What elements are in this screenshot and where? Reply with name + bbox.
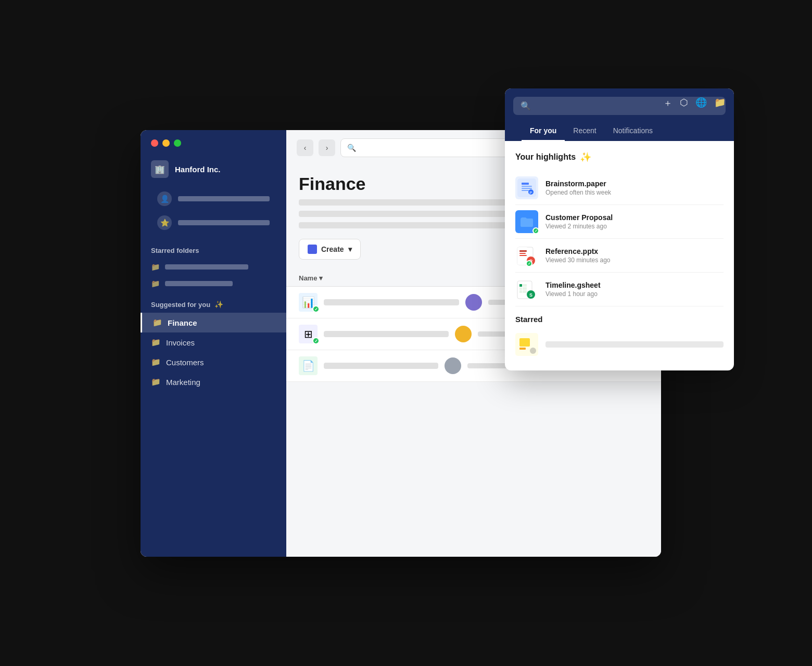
starred-folder-1[interactable]: 📁 bbox=[141, 259, 286, 275]
paper-icon: P bbox=[515, 176, 538, 199]
avatar bbox=[445, 357, 461, 374]
svg-rect-1 bbox=[522, 183, 529, 185]
row-name-bar bbox=[324, 363, 438, 369]
starred-section-title: Starred bbox=[515, 315, 724, 324]
popup-tabs: For you Recent Notifications bbox=[513, 122, 726, 141]
tab-for-you[interactable]: For you bbox=[522, 122, 565, 141]
pptx-icon: P ✓ bbox=[515, 244, 538, 267]
svg-rect-18 bbox=[519, 287, 522, 290]
svg-rect-21 bbox=[523, 290, 527, 293]
highlight-name: Customer Proposal bbox=[545, 213, 724, 222]
highlight-name: Timeline.gsheet bbox=[545, 281, 724, 289]
avatar bbox=[455, 326, 472, 342]
highlight-name: Brainstorm.paper bbox=[545, 180, 724, 188]
file-icon-wrapper: 📄 bbox=[299, 356, 318, 375]
highlight-meta: Viewed 2 minutes ago bbox=[545, 223, 724, 230]
highlights-title: Your highlights ✨ bbox=[515, 151, 724, 163]
highlight-info: Brainstorm.paper Opened often this week bbox=[545, 180, 724, 196]
workspace-name: Hanford Inc. bbox=[175, 165, 221, 174]
sidebar-item-customers[interactable]: 📁 Customers bbox=[141, 352, 286, 372]
star-icon: ⭐ bbox=[157, 215, 172, 230]
tab-recent[interactable]: Recent bbox=[565, 122, 604, 141]
search-icon: 🔍 bbox=[521, 101, 531, 111]
sidebar-nav-profile[interactable]: 👤 bbox=[151, 187, 276, 210]
svg-rect-2 bbox=[522, 186, 532, 187]
folder-icon[interactable]: 📁 bbox=[714, 97, 726, 109]
check-badge bbox=[312, 305, 320, 313]
svg-rect-25 bbox=[519, 338, 530, 347]
popup-header-icons: ＋ ⬡ 🌐 📁 bbox=[663, 97, 726, 109]
svg-rect-26 bbox=[519, 348, 526, 350]
sidebar: 🏢 Hanford Inc. 👤 ⭐ Starred folders 📁 bbox=[141, 130, 286, 557]
sidebar-item-finance[interactable]: 📁 Finance bbox=[141, 313, 286, 332]
highlight-name: Reference.pptx bbox=[545, 247, 724, 255]
create-label: Create bbox=[321, 245, 344, 253]
forward-button[interactable]: › bbox=[319, 139, 335, 156]
row-name-bar bbox=[324, 299, 459, 305]
row-name-bar bbox=[324, 331, 449, 337]
sidebar-item-label-marketing: Marketing bbox=[166, 378, 200, 387]
highlight-info: Customer Proposal Viewed 2 minutes ago bbox=[545, 213, 724, 230]
svg-rect-19 bbox=[523, 287, 527, 290]
plus-icon[interactable]: ＋ bbox=[663, 97, 673, 109]
check-badge bbox=[312, 337, 320, 344]
starred-folder-2[interactable]: 📁 bbox=[141, 275, 286, 292]
workspace-item[interactable]: 🏢 Hanford Inc. bbox=[141, 155, 286, 183]
maximize-button[interactable] bbox=[174, 139, 181, 147]
folder-icon: 📁 bbox=[151, 338, 161, 347]
avatar bbox=[465, 294, 482, 311]
svg-rect-11 bbox=[519, 253, 526, 254]
sidebar-item-marketing[interactable]: 📁 Marketing bbox=[141, 372, 286, 392]
folder-icon: 📁 bbox=[151, 263, 160, 271]
popup-window: 🔍 ＋ ⬡ 🌐 📁 For you Recent Notifications Y… bbox=[505, 88, 734, 370]
highlight-info: Reference.pptx Viewed 30 minutes ago bbox=[545, 247, 724, 264]
sparkle-icon: ✨ bbox=[580, 151, 591, 163]
starred-file-icon bbox=[515, 333, 538, 356]
svg-rect-3 bbox=[522, 188, 532, 189]
chevron-down-icon: ▾ bbox=[348, 245, 352, 253]
content-line bbox=[299, 211, 509, 217]
folder-icon: 📁 bbox=[153, 318, 162, 327]
folder-icon: 📁 bbox=[151, 377, 161, 387]
folder-blue-icon: ✓ bbox=[515, 210, 538, 233]
sidebar-nav-starred[interactable]: ⭐ bbox=[151, 211, 276, 234]
highlight-item-brainstorm[interactable]: P Brainstorm.paper Opened often this wee… bbox=[515, 171, 724, 205]
highlight-meta: Viewed 1 hour ago bbox=[545, 290, 724, 298]
folder-icon: 📁 bbox=[151, 279, 160, 288]
svg-rect-10 bbox=[519, 250, 527, 252]
file-icon-doc: 📄 bbox=[299, 356, 318, 375]
close-button[interactable] bbox=[151, 139, 158, 147]
create-button[interactable]: Create ▾ bbox=[299, 239, 361, 260]
highlight-item-timeline[interactable]: S Timeline.gsheet Viewed 1 hour ago bbox=[515, 273, 724, 306]
starred-item[interactable] bbox=[515, 329, 724, 360]
back-button[interactable]: ‹ bbox=[297, 139, 313, 156]
svg-rect-17 bbox=[523, 284, 527, 287]
sidebar-item-label-finance: Finance bbox=[168, 318, 197, 327]
minimize-button[interactable] bbox=[162, 139, 170, 147]
nav-bar-2 bbox=[178, 220, 270, 225]
file-icon-wrapper: 📊 bbox=[299, 293, 318, 312]
highlight-meta: Viewed 30 minutes ago bbox=[545, 257, 724, 264]
search-icon: 🔍 bbox=[347, 144, 356, 152]
sidebar-nav-items: 👤 ⭐ bbox=[141, 183, 286, 238]
svg-text:S: S bbox=[529, 292, 532, 298]
globe-icon[interactable]: 🌐 bbox=[695, 97, 707, 109]
sparkle-icon: ✨ bbox=[214, 300, 223, 309]
col-name-header[interactable]: Name ▾ bbox=[299, 274, 534, 282]
create-icon bbox=[308, 245, 317, 254]
svg-rect-16 bbox=[519, 284, 522, 287]
starred-folders-label: Starred folders bbox=[141, 238, 286, 259]
profile-icon: 👤 bbox=[157, 191, 172, 206]
sidebar-item-invoices[interactable]: 📁 Invoices bbox=[141, 332, 286, 352]
highlight-item-customer-proposal[interactable]: ✓ Customer Proposal Viewed 2 minutes ago bbox=[515, 205, 724, 239]
gsheet-icon: S bbox=[515, 278, 538, 301]
svg-rect-12 bbox=[519, 255, 527, 256]
highlight-meta: Opened often this week bbox=[545, 189, 724, 196]
popup-body: Your highlights ✨ P B bbox=[505, 141, 734, 370]
layers-icon[interactable]: ⬡ bbox=[680, 97, 688, 109]
svg-text:P: P bbox=[529, 190, 532, 195]
folder-bar-2 bbox=[165, 281, 233, 286]
highlight-item-reference[interactable]: P ✓ Reference.pptx Viewed 30 minutes ago bbox=[515, 239, 724, 273]
tab-notifications[interactable]: Notifications bbox=[605, 122, 661, 141]
svg-rect-20 bbox=[519, 290, 522, 293]
